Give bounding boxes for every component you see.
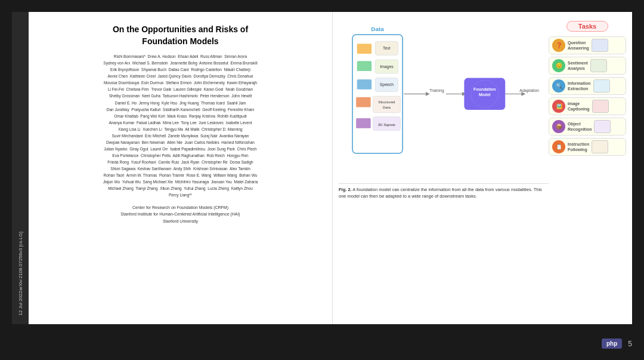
- info-extraction-icon: 🔍: [552, 79, 565, 93]
- instruction-image: [592, 140, 608, 153]
- qa-image: [592, 39, 608, 52]
- svg-text:Adaptation: Adaptation: [519, 88, 539, 93]
- svg-text:3D Signals: 3D Signals: [378, 122, 396, 127]
- svg-text:Data: Data: [371, 26, 384, 32]
- task-label-info: InformationExtraction: [568, 81, 591, 91]
- svg-rect-11: [373, 96, 400, 113]
- instruction-icon: 📋: [552, 140, 565, 153]
- date-label: 12 Jul 2022: [18, 291, 23, 315]
- task-item-captioning: 🖼️ ImageCaptioning: [549, 97, 626, 115]
- svg-rect-10: [357, 79, 371, 90]
- figure-area: Data Text Images Speech: [339, 21, 626, 318]
- task-item-sentiment: 😊 SentimentAnalysis: [549, 57, 626, 75]
- svg-rect-4: [357, 44, 371, 54]
- captioning-image: [592, 100, 609, 113]
- tasks-section: Tasks ❓ QuestionAnswering 😊 SentimentAna…: [549, 21, 626, 318]
- bottom-bar: php 5: [0, 327, 644, 360]
- sentiment-icon: 😊: [552, 59, 565, 72]
- arxiv-label: arXiv:2108.07258v3 [cs.LG]: [18, 232, 23, 291]
- sentiment-image: [590, 59, 607, 72]
- paper-title: On the Opportunities and Risks of Founda…: [38, 24, 323, 47]
- task-item-question-answering: ❓ QuestionAnswering: [549, 36, 626, 54]
- tasks-header: Tasks: [566, 21, 608, 32]
- task-label-captioning: ImageCaptioning: [568, 101, 590, 112]
- left-sidebar: arXiv:2108.07258v3 [cs.LG] 12 Jul 2022: [12, 12, 29, 324]
- figure-caption: Fig. 2. A foundation model can centraliz…: [339, 183, 549, 200]
- main-container: arXiv:2108.07258v3 [cs.LG] 12 Jul 2022 O…: [12, 12, 632, 324]
- task-label-sentiment: SentimentAnalysis: [568, 60, 588, 71]
- svg-rect-14: [356, 97, 370, 107]
- task-label-qa: QuestionAnswering: [568, 40, 589, 51]
- diagram-section: Data Text Images Speech: [339, 21, 549, 318]
- task-item-object-recognition: 📦 ObjectRecognition: [549, 118, 626, 136]
- question-answering-icon: ❓: [552, 39, 565, 52]
- svg-text:Images: Images: [380, 64, 394, 69]
- diagram-svg: Data Text Images Speech: [339, 21, 549, 176]
- svg-text:Data: Data: [383, 105, 391, 109]
- svg-text:Structured: Structured: [378, 100, 395, 104]
- page-number: 5: [628, 340, 632, 348]
- affiliation: Center for Research on Foundation Models…: [38, 204, 323, 224]
- captioning-icon: 🖼️: [552, 100, 565, 113]
- info-image: [593, 79, 610, 93]
- authors-section: Rishi Bommasani* Drew A. Hudson Ehsan Ad…: [38, 53, 323, 198]
- php-badge: php: [602, 339, 622, 349]
- task-label-instruction: InstructionFollowing: [568, 141, 589, 152]
- task-label-object: ObjectRecognition: [568, 121, 592, 132]
- task-item-info-extraction: 🔍 InformationExtraction: [549, 77, 626, 95]
- object-recognition-icon: 📦: [552, 120, 565, 133]
- task-item-instruction: 📋 InstructionFollowing: [549, 138, 626, 156]
- svg-text:Speech: Speech: [380, 82, 394, 87]
- paper-content: On the Opportunities and Risks of Founda…: [29, 12, 333, 324]
- svg-text:Text: Text: [383, 46, 391, 50]
- object-image: [594, 120, 611, 133]
- right-panel: Data Text Images Speech: [333, 12, 632, 324]
- svg-text:Training: Training: [429, 88, 444, 93]
- svg-rect-7: [357, 61, 371, 71]
- svg-text:Foundation: Foundation: [473, 87, 496, 91]
- svg-rect-17: [356, 118, 370, 128]
- svg-text:Model: Model: [479, 93, 491, 97]
